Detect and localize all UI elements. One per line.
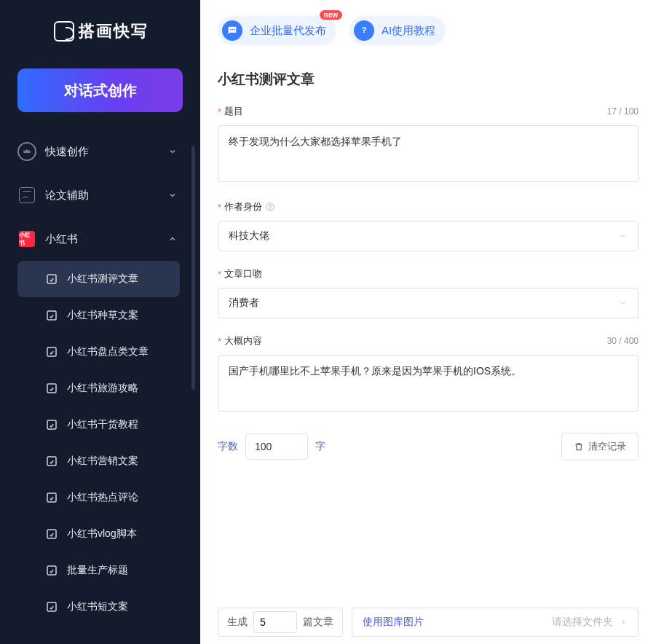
sidebar-item-seeding-copy[interactable]: 小红书种草文案: [17, 297, 180, 334]
svg-point-12: [234, 29, 236, 31]
trash-icon: [574, 441, 584, 452]
clear-history-button[interactable]: 清空记录: [561, 433, 639, 460]
generate-prefix: 生成: [227, 616, 248, 629]
conversational-create-button[interactable]: 对话式创作: [17, 68, 183, 112]
chevron-up-icon: [168, 235, 177, 243]
sidebar-item-label: 小红书盘点类文章: [67, 345, 149, 358]
svg-point-11: [232, 29, 234, 31]
image-library-select[interactable]: 使用图库图片 请选择文件夹: [352, 608, 639, 637]
sidebar-item-marketing-copy[interactable]: 小红书营销文案: [17, 443, 180, 479]
sidebar-item-label: 小红书种草文案: [67, 309, 138, 322]
edit-icon: [45, 418, 58, 431]
form-content: 小红书测评文章 * 题目 17 / 100 * 作者身份: [200, 45, 656, 608]
field-author: * 作者身份 科技大佬: [218, 200, 639, 251]
svg-rect-3: [47, 384, 56, 393]
chevron-down-icon: [619, 299, 628, 307]
svg-rect-7: [47, 530, 56, 538]
sidebar-item-label: 小红书干货教程: [67, 418, 138, 431]
select-value: 消费者: [229, 297, 259, 310]
sidebar-item-tutorial[interactable]: 小红书干货教程: [17, 407, 180, 443]
menu-group-label: 小红书: [45, 232, 168, 246]
controls-row: 字数 字 清空记录: [218, 433, 639, 460]
menu-group-label: 快速创作: [45, 145, 168, 159]
sidebar-item-label: 小红书营销文案: [67, 455, 138, 468]
edit-icon: [45, 600, 58, 613]
svg-rect-5: [47, 457, 56, 466]
field-label: 题目: [224, 105, 243, 118]
required-mark: *: [218, 336, 221, 347]
required-mark: *: [218, 106, 221, 117]
chevron-down-icon: [168, 147, 177, 156]
page-title: 小红书测评文章: [218, 70, 639, 89]
svg-text:?: ?: [362, 25, 367, 34]
edit-icon: [45, 455, 58, 468]
sidebar: 搭画快写 对话式创作 快速创作: [0, 0, 200, 644]
sidebar-item-short-copy[interactable]: 小红书短文案: [17, 589, 180, 625]
ai-tutorial-button[interactable]: ? AI使用教程: [349, 16, 446, 45]
author-select[interactable]: 科技大佬: [218, 221, 639, 251]
sidebar-item-vlog-script[interactable]: 小红书vlog脚本: [17, 516, 180, 552]
crown-icon: [17, 142, 36, 161]
wordcount-label: 字数: [218, 440, 238, 453]
wordcount-input[interactable]: [245, 433, 308, 460]
required-mark: *: [218, 202, 221, 213]
sidebar-item-review-article[interactable]: 小红书测评文章: [17, 261, 180, 297]
svg-rect-4: [47, 420, 56, 429]
logo-icon: [54, 21, 74, 42]
sidebar-item-label: 小红书测评文章: [67, 272, 138, 286]
char-counter: 17 / 100: [607, 106, 639, 117]
chevron-down-icon: [168, 191, 177, 200]
edit-icon: [45, 527, 58, 541]
svg-rect-1: [47, 311, 56, 320]
generate-count-control: 生成 篇文章: [218, 608, 343, 637]
help-icon[interactable]: [265, 202, 275, 212]
brand-logo: 搭画快写: [0, 0, 200, 60]
wordcount-suffix: 字: [315, 440, 325, 453]
svg-rect-8: [47, 566, 56, 575]
scrollbar[interactable]: [191, 146, 195, 390]
edit-icon: [45, 382, 58, 395]
menu-group-quick-create[interactable]: 快速创作: [13, 130, 184, 173]
sidebar-item-label: 小红书热点评论: [67, 491, 138, 504]
clear-label: 清空记录: [588, 440, 626, 453]
generate-count-input[interactable]: [253, 611, 297, 633]
topic-input[interactable]: [218, 125, 639, 182]
new-badge: new: [320, 10, 342, 20]
svg-rect-6: [47, 493, 56, 502]
svg-point-15: [270, 208, 271, 209]
edit-icon: [45, 309, 58, 322]
question-icon: ?: [354, 20, 374, 41]
menu-group-thesis-assist[interactable]: 论文辅助: [13, 173, 184, 217]
field-content: * 大概内容 30 / 400: [218, 334, 639, 414]
svg-rect-0: [47, 275, 56, 283]
sidebar-item-listicle[interactable]: 小红书盘点类文章: [17, 334, 180, 370]
submenu-xiaohongshu: 小红书测评文章 小红书种草文案 小红书盘点类文章 小红书旅游攻略: [13, 261, 184, 631]
sidebar-item-trending-comment[interactable]: 小红书热点评论: [17, 479, 180, 516]
tone-select[interactable]: 消费者: [218, 288, 639, 318]
chevron-right-icon: [619, 618, 628, 627]
chat-icon: [222, 20, 242, 41]
chevron-down-icon: [619, 232, 628, 240]
main-area: 企业批量代发布 new ? AI使用教程 小红书测评文章 * 题目 17 / 1…: [200, 0, 656, 644]
generate-suffix: 篇文章: [303, 616, 333, 629]
field-label: 作者身份: [224, 200, 262, 213]
sidebar-item-travel-guide[interactable]: 小红书旅游攻略: [17, 370, 180, 407]
menu-group-xiaohongshu[interactable]: 小红书 小红书: [13, 217, 184, 261]
sidebar-item-label: 小红书短文案: [67, 600, 128, 613]
edit-icon: [45, 345, 58, 358]
footer-bar: 生成 篇文章 使用图库图片 请选择文件夹: [200, 608, 656, 644]
field-tone: * 文章口吻 消费者: [218, 267, 639, 318]
edit-icon: [45, 491, 58, 504]
select-value: 科技大佬: [229, 229, 269, 243]
brand-name: 搭画快写: [79, 20, 149, 42]
content-input[interactable]: [218, 355, 639, 412]
field-label: 文章口吻: [224, 267, 262, 280]
enterprise-publish-button[interactable]: 企业批量代发布 new: [218, 16, 336, 45]
svg-rect-9: [47, 602, 56, 611]
char-counter: 30 / 400: [607, 336, 639, 346]
pill-label: 企业批量代发布: [250, 24, 326, 38]
sidebar-item-batch-titles[interactable]: 批量生产标题: [17, 552, 180, 589]
library-placeholder: 请选择文件夹: [552, 616, 613, 629]
required-mark: *: [218, 269, 221, 280]
field-label: 大概内容: [224, 334, 262, 347]
